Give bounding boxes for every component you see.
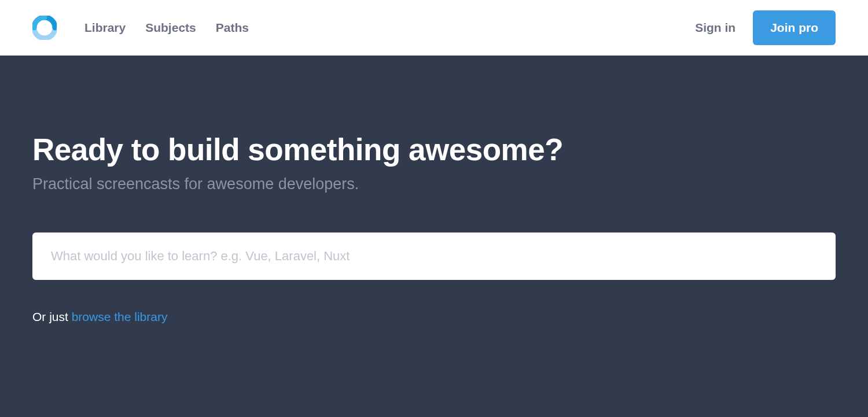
nav-link-paths[interactable]: Paths <box>216 21 249 35</box>
hero-subtitle: Practical screencasts for awesome develo… <box>32 175 836 193</box>
join-pro-button[interactable]: Join pro <box>753 10 836 45</box>
browse-prefix: Or just <box>32 310 72 323</box>
search-input[interactable] <box>32 233 836 280</box>
nav-link-library[interactable]: Library <box>84 21 126 35</box>
logo-icon[interactable] <box>32 16 57 40</box>
hero-title: Ready to build something awesome? <box>32 132 836 167</box>
browse-library-link[interactable]: browse the library <box>72 310 168 323</box>
sign-in-link[interactable]: Sign in <box>695 21 735 35</box>
site-header: Library Subjects Paths Sign in Join pro <box>0 0 868 56</box>
browse-prompt: Or just browse the library <box>32 310 836 324</box>
nav-link-subjects[interactable]: Subjects <box>145 21 196 35</box>
primary-nav: Library Subjects Paths <box>84 21 695 35</box>
hero-section: Ready to build something awesome? Practi… <box>0 56 868 417</box>
header-actions: Sign in Join pro <box>695 10 836 45</box>
